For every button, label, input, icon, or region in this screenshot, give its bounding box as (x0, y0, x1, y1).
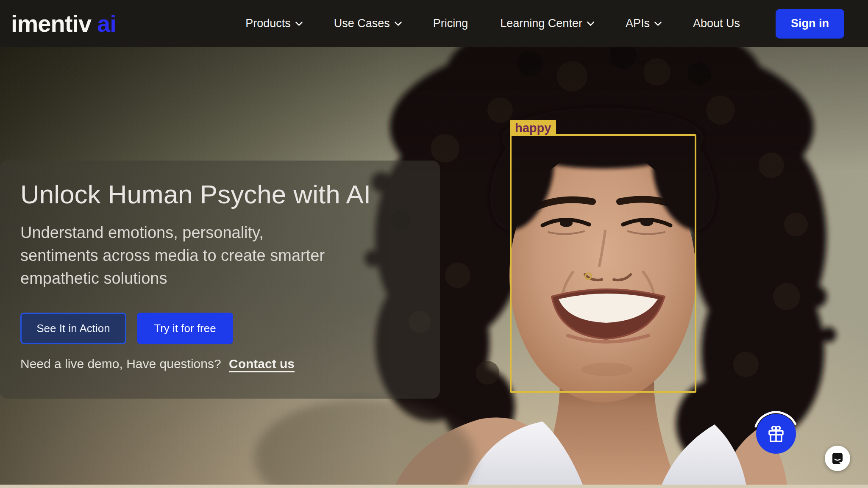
nav-item-learning-center[interactable]: Learning Center (500, 17, 593, 30)
contact-us-link[interactable]: Contact us (229, 357, 295, 371)
sign-in-button[interactable]: Sign in (776, 9, 844, 39)
chevron-down-icon (295, 18, 303, 26)
navbar: imentiv ai Products Use Cases Pricing Le… (0, 0, 868, 47)
hero-subtitle: Understand emotions, personality, sentim… (20, 221, 423, 290)
main-menu: Products Use Cases Pricing Learning Cent… (245, 17, 740, 30)
cta-row: See It in Action Try it for free (20, 313, 423, 344)
gift-icon (765, 423, 787, 445)
nav-item-use-cases[interactable]: Use Cases (334, 17, 401, 30)
nav-item-label: Pricing (433, 17, 468, 30)
brand-logo-accent: ai (97, 10, 116, 37)
nav-item-label: Use Cases (334, 17, 390, 30)
next-section-edge (0, 485, 868, 488)
chevron-down-icon (394, 18, 402, 26)
nav-item-apis[interactable]: APIs (626, 17, 661, 30)
chevron-down-icon (654, 18, 662, 26)
nav-item-about-us[interactable]: About Us (693, 17, 740, 30)
nav-item-label: Products (245, 17, 291, 30)
try-it-for-free-button[interactable]: Try it for free (137, 313, 233, 344)
hero-title: Unlock Human Psyche with AI (20, 180, 423, 208)
emotion-detection-box: happy (510, 134, 696, 393)
gift-button[interactable] (756, 414, 796, 454)
demo-line: Need a live demo, Have questions? Contac… (20, 357, 423, 371)
hero-subtitle-line: Understand emotions, personality, (20, 221, 423, 244)
nav-item-label: Learning Center (500, 17, 582, 30)
chat-bubble-icon (829, 450, 846, 466)
nav-item-label: About Us (693, 17, 740, 30)
see-it-in-action-button[interactable]: See It in Action (20, 313, 126, 344)
nav-item-label: APIs (626, 17, 650, 30)
hero-panel: Unlock Human Psyche with AI Understand e… (0, 161, 440, 399)
chat-launcher-button[interactable] (825, 446, 850, 471)
gift-widget (753, 410, 799, 457)
brand-logo-primary: imentiv (11, 10, 91, 37)
demo-text: Need a live demo, Have questions? (20, 357, 221, 371)
nav-item-pricing[interactable]: Pricing (433, 17, 468, 30)
nav-item-products[interactable]: Products (245, 17, 302, 30)
landing-page: imentiv ai Products Use Cases Pricing Le… (0, 0, 868, 488)
hero-subtitle-line: empathetic solutions (20, 267, 423, 290)
emotion-label: happy (510, 120, 556, 136)
hero-subtitle-line: sentiments across media to create smarte… (20, 244, 423, 267)
chevron-down-icon (587, 18, 594, 26)
brand-logo[interactable]: imentiv ai (11, 10, 116, 37)
